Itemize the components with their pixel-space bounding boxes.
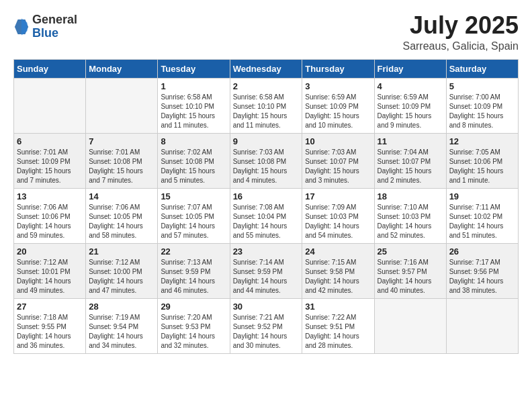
day-info: Sunrise: 7:10 AMSunset: 10:03 PMDaylight… [378,203,443,240]
day-number: 26 [449,246,515,257]
weekday-header-thursday: Thursday [302,60,374,79]
logo-general: General [32,13,77,27]
logo-icon [13,17,30,36]
day-number: 13 [17,191,83,201]
day-info: Sunrise: 7:12 AMSunset: 10:00 PMDaylight… [89,258,154,295]
day-info: Sunrise: 7:17 AMSunset: 9:56 PMDaylight:… [449,258,515,295]
svg-marker-1 [21,18,28,35]
calendar-cell: 19Sunrise: 7:11 AMSunset: 10:02 PMDaylig… [446,189,518,244]
day-info: Sunrise: 7:12 AMSunset: 10:01 PMDaylight… [17,258,83,295]
month-year-title: July 2025 [402,13,519,38]
weekday-header-wednesday: Wednesday [230,60,302,79]
day-info: Sunrise: 7:15 AMSunset: 9:58 PMDaylight:… [305,258,371,295]
calendar-cell [374,299,446,354]
day-info: Sunrise: 7:16 AMSunset: 9:57 PMDaylight:… [378,258,443,295]
day-number: 22 [161,246,226,257]
calendar-cell: 27Sunrise: 7:18 AMSunset: 9:55 PMDayligh… [14,299,86,354]
calendar-cell [446,299,518,354]
calendar-cell: 2Sunrise: 6:58 AMSunset: 10:10 PMDayligh… [230,79,302,134]
day-info: Sunrise: 7:08 AMSunset: 10:04 PMDaylight… [233,203,300,240]
day-info: Sunrise: 7:01 AMSunset: 10:08 PMDaylight… [89,148,154,185]
day-number: 4 [378,81,443,91]
calendar-cell: 13Sunrise: 7:06 AMSunset: 10:06 PMDaylig… [14,189,86,244]
day-info: Sunrise: 7:06 AMSunset: 10:06 PMDaylight… [17,203,83,240]
page-header: General Blue July 2025 Sarreaus, Galicia… [13,13,519,52]
calendar-week-row: 1Sunrise: 6:58 AMSunset: 10:10 PMDayligh… [14,79,519,134]
day-number: 14 [89,191,154,201]
day-info: Sunrise: 7:03 AMSunset: 10:07 PMDaylight… [305,148,371,185]
day-number: 12 [449,136,515,146]
day-number: 21 [89,246,154,257]
weekday-header-tuesday: Tuesday [158,60,230,79]
calendar-cell: 15Sunrise: 7:07 AMSunset: 10:05 PMDaylig… [158,189,230,244]
day-number: 15 [161,191,226,201]
weekday-header-saturday: Saturday [446,60,518,79]
calendar-cell: 29Sunrise: 7:20 AMSunset: 9:53 PMDayligh… [158,299,230,354]
day-number: 31 [305,302,371,312]
calendar-cell: 6Sunrise: 7:01 AMSunset: 10:09 PMDayligh… [14,134,86,189]
calendar-cell: 16Sunrise: 7:08 AMSunset: 10:04 PMDaylig… [230,189,302,244]
calendar-cell: 1Sunrise: 6:58 AMSunset: 10:10 PMDayligh… [158,79,230,134]
calendar-cell: 3Sunrise: 6:59 AMSunset: 10:09 PMDayligh… [302,79,374,134]
calendar-cell: 12Sunrise: 7:05 AMSunset: 10:06 PMDaylig… [446,134,518,189]
location-subtitle: Sarreaus, Galicia, Spain [402,40,519,52]
calendar-cell: 11Sunrise: 7:04 AMSunset: 10:07 PMDaylig… [374,134,446,189]
weekday-header-sunday: Sunday [14,60,86,79]
calendar-cell: 23Sunrise: 7:14 AMSunset: 9:59 PMDayligh… [230,244,302,299]
calendar-cell [86,79,158,134]
calendar-week-row: 27Sunrise: 7:18 AMSunset: 9:55 PMDayligh… [14,299,519,354]
calendar-cell: 7Sunrise: 7:01 AMSunset: 10:08 PMDayligh… [86,134,158,189]
day-info: Sunrise: 7:06 AMSunset: 10:05 PMDaylight… [89,203,154,240]
day-number: 19 [449,191,515,201]
calendar-cell [14,79,86,134]
calendar-cell: 25Sunrise: 7:16 AMSunset: 9:57 PMDayligh… [374,244,446,299]
logo-blue: Blue [32,27,77,40]
day-info: Sunrise: 7:00 AMSunset: 10:09 PMDaylight… [449,93,515,130]
day-number: 23 [233,246,300,257]
calendar-cell: 8Sunrise: 7:02 AMSunset: 10:08 PMDayligh… [158,134,230,189]
title-block: July 2025 Sarreaus, Galicia, Spain [402,13,519,52]
logo-text: General Blue [32,13,77,40]
day-info: Sunrise: 6:58 AMSunset: 10:10 PMDaylight… [161,93,226,130]
day-number: 8 [161,136,226,146]
calendar-cell: 10Sunrise: 7:03 AMSunset: 10:07 PMDaylig… [302,134,374,189]
calendar-cell: 22Sunrise: 7:13 AMSunset: 9:59 PMDayligh… [158,244,230,299]
calendar-cell: 18Sunrise: 7:10 AMSunset: 10:03 PMDaylig… [374,189,446,244]
day-number: 6 [17,136,83,146]
weekday-header-row: SundayMondayTuesdayWednesdayThursdayFrid… [14,60,519,79]
day-number: 27 [17,302,83,312]
day-info: Sunrise: 7:13 AMSunset: 9:59 PMDaylight:… [161,258,226,295]
day-number: 25 [378,246,443,257]
day-info: Sunrise: 7:09 AMSunset: 10:03 PMDaylight… [305,203,371,240]
day-number: 9 [233,136,300,146]
calendar-week-row: 6Sunrise: 7:01 AMSunset: 10:09 PMDayligh… [14,134,519,189]
day-number: 29 [161,302,226,312]
calendar-cell: 28Sunrise: 7:19 AMSunset: 9:54 PMDayligh… [86,299,158,354]
calendar-cell: 17Sunrise: 7:09 AMSunset: 10:03 PMDaylig… [302,189,374,244]
day-number: 20 [17,246,83,257]
day-info: Sunrise: 6:58 AMSunset: 10:10 PMDaylight… [233,93,300,130]
day-info: Sunrise: 7:11 AMSunset: 10:02 PMDaylight… [449,203,515,240]
calendar-cell: 9Sunrise: 7:03 AMSunset: 10:08 PMDayligh… [230,134,302,189]
day-number: 16 [233,191,300,201]
day-number: 18 [378,191,443,201]
calendar-week-row: 20Sunrise: 7:12 AMSunset: 10:01 PMDaylig… [14,244,519,299]
day-number: 1 [161,81,226,91]
day-info: Sunrise: 7:18 AMSunset: 9:55 PMDaylight:… [17,313,83,351]
day-info: Sunrise: 7:01 AMSunset: 10:09 PMDaylight… [17,148,83,185]
day-info: Sunrise: 7:04 AMSunset: 10:07 PMDaylight… [378,148,443,185]
day-number: 10 [305,136,371,146]
day-number: 5 [449,81,515,91]
day-info: Sunrise: 6:59 AMSunset: 10:09 PMDaylight… [378,93,443,130]
day-info: Sunrise: 7:02 AMSunset: 10:08 PMDaylight… [161,148,226,185]
calendar-cell: 21Sunrise: 7:12 AMSunset: 10:00 PMDaylig… [86,244,158,299]
calendar-cell: 20Sunrise: 7:12 AMSunset: 10:01 PMDaylig… [14,244,86,299]
day-number: 7 [89,136,154,146]
day-info: Sunrise: 6:59 AMSunset: 10:09 PMDaylight… [305,93,371,130]
day-info: Sunrise: 7:22 AMSunset: 9:51 PMDaylight:… [305,313,371,351]
day-info: Sunrise: 7:21 AMSunset: 9:52 PMDaylight:… [233,313,300,351]
logo: General Blue [13,13,77,40]
weekday-header-friday: Friday [374,60,446,79]
day-number: 24 [305,246,371,257]
calendar-cell: 31Sunrise: 7:22 AMSunset: 9:51 PMDayligh… [302,299,374,354]
